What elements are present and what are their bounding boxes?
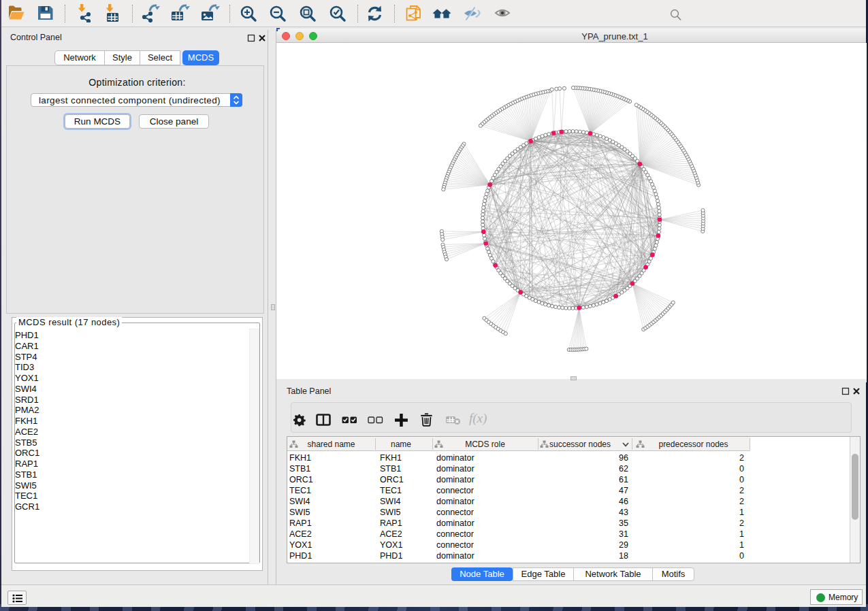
svg-text:f(x): f(x)	[469, 412, 487, 426]
